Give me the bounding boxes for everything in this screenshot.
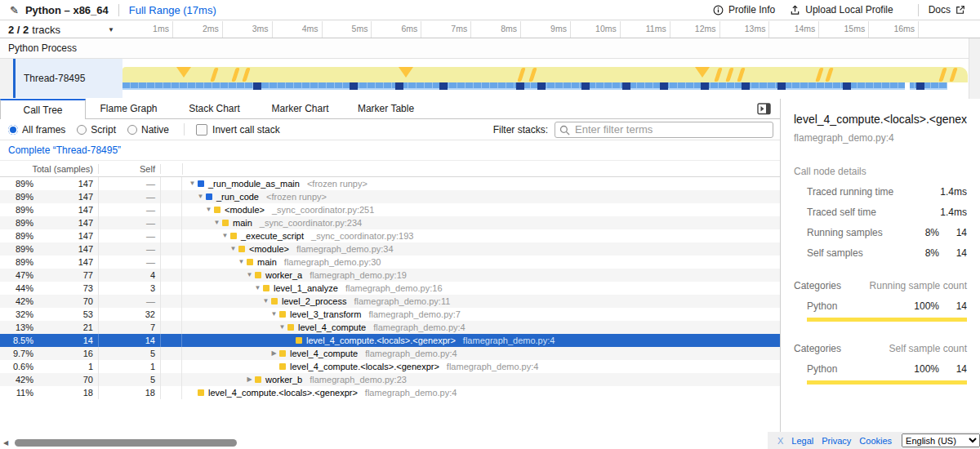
- collapse-icon[interactable]: ▼: [236, 256, 247, 269]
- category-square: [279, 350, 286, 357]
- tab-stack-chart[interactable]: Stack Chart: [172, 99, 257, 118]
- total-samples: 21: [37, 321, 99, 334]
- total-samples: 147: [37, 216, 99, 229]
- radio-native[interactable]: Native: [127, 124, 169, 136]
- total-samples: 147: [37, 256, 99, 269]
- language-select[interactable]: English (US): [902, 433, 980, 447]
- tree-cell: ▼level_2_processflamegraph_demo.py:11: [182, 295, 780, 308]
- table-row[interactable]: 0.6%11level_4_compute.<locals>.<genexpr>…: [0, 360, 780, 373]
- footer-link-legal[interactable]: Legal: [791, 436, 813, 446]
- row-spacer: [161, 308, 182, 321]
- column-header-self[interactable]: Self: [99, 164, 161, 174]
- collapse-icon[interactable]: ▼: [277, 321, 287, 334]
- ruler-tick-label: 1ms: [122, 24, 169, 33]
- sidebar-toggle-button[interactable]: [757, 103, 772, 115]
- thread-activity-canvas[interactable]: [122, 59, 968, 98]
- tree-cell: ▼_run_module_as_main<frozen runpy>: [182, 177, 780, 190]
- breadcrumb[interactable]: Complete “Thread-78495”: [8, 144, 121, 156]
- collapse-icon[interactable]: ▼: [220, 229, 230, 242]
- table-row[interactable]: 42%70—▼level_2_processflamegraph_demo.py…: [0, 295, 780, 308]
- upload-profile-button[interactable]: Upload Local Profile: [790, 4, 893, 16]
- table-row[interactable]: 89%147—▼_execute_script_sync_coordinator…: [0, 229, 780, 242]
- samples-strip: [122, 82, 947, 90]
- collapse-icon[interactable]: ▼: [195, 190, 206, 203]
- tracks-scrollbar[interactable]: [969, 38, 980, 99]
- tree-cell: ▼mainflamegraph_demo.py:30: [182, 256, 780, 269]
- collapse-icon[interactable]: ▼: [261, 295, 271, 308]
- table-row[interactable]: 89%147—▼<module>flamegraph_demo.py:34: [0, 242, 780, 256]
- checkbox-icon: [196, 124, 207, 136]
- total-samples: 70: [37, 295, 99, 308]
- radio-script[interactable]: Script: [77, 124, 116, 136]
- self-samples: 7: [99, 321, 161, 334]
- footer-link-privacy[interactable]: Privacy: [822, 436, 851, 446]
- tab-marker-chart[interactable]: Marker Chart: [257, 99, 343, 118]
- tracks-dropdown[interactable]: 2 / 2 tracks ▼: [0, 21, 122, 38]
- radio-icon: [127, 125, 137, 135]
- table-row[interactable]: 9.7%165▶level_4_computeflamegraph_demo.p…: [0, 347, 780, 360]
- table-row[interactable]: 13%217▼level_4_computeflamegraph_demo.py…: [0, 321, 780, 334]
- tree-cell: ▼_execute_script_sync_coordinator.py:193: [182, 229, 780, 242]
- track-gutter: [0, 59, 13, 98]
- row-spacer: [161, 216, 182, 229]
- table-row[interactable]: 89%147—▼<module>_sync_coordinator.py:251: [0, 203, 780, 216]
- column-header-total[interactable]: Total (samples): [0, 164, 99, 174]
- footer-link-cookies[interactable]: Cookies: [859, 436, 892, 446]
- table-row[interactable]: 89%147—▼main_sync_coordinator.py:234: [0, 216, 780, 229]
- tab-flame-graph[interactable]: Flame Graph: [86, 99, 172, 118]
- row-spacer: [161, 229, 182, 242]
- marker-triangle-icon: [176, 67, 191, 78]
- frame-filter-radios: All framesScriptNative: [8, 124, 180, 136]
- edit-profile-name-icon[interactable]: ✎: [10, 4, 19, 16]
- collapse-icon[interactable]: ▼: [187, 177, 198, 190]
- scroll-left-icon[interactable]: ◀: [3, 439, 8, 447]
- tab-marker-table[interactable]: Marker Table: [343, 99, 429, 118]
- collapse-icon[interactable]: ▼: [269, 308, 279, 321]
- total-percent: 89%: [0, 229, 37, 242]
- thread-track-label[interactable]: Thread-78495: [16, 59, 122, 98]
- table-row[interactable]: 32%5332▼level_3_transformflamegraph_demo…: [0, 308, 780, 321]
- table-row[interactable]: 44%733▼level_1_analyzeflamegraph_demo.py…: [0, 282, 780, 295]
- table-row[interactable]: 47%774▼worker_aflamegraph_demo.py:19: [0, 269, 780, 282]
- profile-info-button[interactable]: Profile Info: [713, 4, 775, 16]
- process-track[interactable]: Python Process: [0, 38, 980, 59]
- filter-stacks-input[interactable]: [555, 122, 773, 138]
- docs-link[interactable]: Docs: [929, 4, 965, 16]
- marker-slash-icon: [517, 68, 526, 82]
- expand-icon[interactable]: ▶: [269, 347, 279, 360]
- horizontal-scrollbar[interactable]: ◀: [0, 438, 768, 448]
- table-row[interactable]: 89%147—▼_run_module_as_main<frozen runpy…: [0, 177, 780, 190]
- total-samples: 147: [37, 229, 99, 242]
- category-square: [198, 180, 204, 187]
- chevron-down-icon: ▼: [108, 26, 114, 33]
- ruler-tick-label: 11ms: [619, 24, 666, 33]
- footer-bar: XLegalPrivacyCookies English (US): [768, 432, 980, 449]
- table-row[interactable]: 89%147—▼mainflamegraph_demo.py:30: [0, 256, 780, 269]
- table-row[interactable]: 89%147—▼_run_code<frozen runpy>: [0, 190, 780, 203]
- row-spacer: [161, 190, 182, 203]
- collapse-icon[interactable]: ▼: [252, 282, 263, 295]
- function-name: level_4_compute.<locals>.<genexpr>: [290, 360, 439, 373]
- collapse-icon[interactable]: ▼: [212, 216, 222, 229]
- function-name: worker_a: [265, 269, 302, 282]
- collapse-icon[interactable]: ▼: [244, 269, 255, 282]
- category-square: [230, 233, 237, 239]
- collapse-icon[interactable]: ▼: [228, 242, 238, 256]
- footer-link-x[interactable]: X: [777, 436, 783, 446]
- total-samples: 77: [37, 269, 99, 282]
- invert-call-stack-checkbox[interactable]: Invert call stack: [196, 124, 280, 136]
- radio-all-frames[interactable]: All frames: [8, 124, 65, 136]
- tab-call-tree[interactable]: Call Tree: [0, 99, 86, 119]
- table-row[interactable]: 42%705▶worker_bflamegraph_demo.py:23: [0, 373, 780, 386]
- expand-icon[interactable]: ▶: [244, 373, 255, 386]
- category-square: [255, 376, 261, 383]
- collapse-icon[interactable]: ▼: [203, 203, 214, 216]
- details-sidebar: level_4_compute.<locals>.<genex… flamegr…: [780, 99, 980, 449]
- marker-triangle-icon: [695, 67, 710, 78]
- table-row[interactable]: 11%1818level_4_compute.<locals>.<genexpr…: [0, 386, 780, 399]
- scrollbar-thumb[interactable]: [15, 439, 237, 447]
- row-spacer: [161, 360, 182, 373]
- table-row[interactable]: 8.5%1414level_4_compute.<locals>.<genexp…: [0, 334, 780, 347]
- total-samples: 18: [37, 386, 99, 399]
- full-range-button[interactable]: Full Range (17ms): [129, 4, 216, 16]
